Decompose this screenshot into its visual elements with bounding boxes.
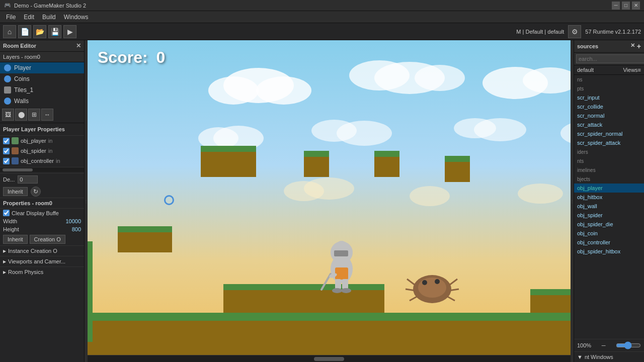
resource-obj-spider-die[interactable]: obj_spider_die — [574, 220, 644, 229]
run-button[interactable]: ▶ — [63, 25, 76, 38]
layers-title: Layers - room0 — [0, 52, 84, 62]
resource-timelines: imelines — [574, 165, 644, 174]
resource-scr-spider-attack[interactable]: scr_spider_attack — [574, 138, 644, 147]
layer-coins[interactable]: Coins — [0, 73, 84, 84]
depth-input[interactable] — [18, 175, 38, 184]
home-button[interactable]: ⌂ — [3, 25, 16, 38]
right-panel: sources ✕ + ▼ ◀ ▶ default Views≡ ns pts … — [574, 40, 644, 362]
resource-obj-hitbox[interactable]: obj_hitbox — [574, 193, 644, 202]
room-physics-section[interactable]: ▶ Room Physics — [0, 266, 84, 277]
right-panel-close-btn[interactable]: ✕ — [630, 42, 635, 50]
main-layout: Room Editor ✕ Layers - room0 Player Coin… — [0, 40, 644, 362]
resource-obj-player[interactable]: obj_player — [574, 184, 644, 193]
game-canvas[interactable]: Score: 0 — [88, 40, 571, 355]
open-button[interactable]: 📂 — [33, 25, 46, 38]
room-physics-arrow: ▶ — [3, 270, 6, 275]
layer-walls-label: Walls — [14, 98, 29, 105]
clear-display-checkbox[interactable] — [3, 210, 10, 216]
minimize-button[interactable]: ─ — [612, 2, 620, 10]
svg-point-34 — [435, 279, 440, 284]
platform-mid-large — [201, 146, 256, 177]
instance-obj-spider[interactable]: obj_spider in — [0, 146, 84, 156]
resource-scr-spider-normal[interactable]: scr_spider_normal — [574, 129, 644, 138]
svg-line-39 — [410, 296, 419, 301]
menu-windows[interactable]: Windows — [60, 13, 93, 22]
menu-file[interactable]: File — [2, 13, 20, 22]
layer-player-label: Player — [14, 64, 31, 71]
layer-player[interactable]: Player — [0, 62, 84, 73]
inherit-button[interactable]: Inherit — [3, 187, 28, 196]
platform-left-small — [118, 226, 172, 252]
zoom-minus[interactable]: ─ — [602, 342, 606, 348]
instance-obj-controller-checkbox[interactable] — [3, 158, 10, 164]
layer-player-icon — [4, 64, 11, 71]
layer-walls[interactable]: Walls — [0, 96, 84, 107]
circle-tool[interactable]: ⬤ — [15, 109, 27, 121]
app-icon: 🎮 — [4, 2, 11, 9]
left-panel: Room Editor ✕ Layers - room0 Player Coin… — [0, 40, 85, 362]
instance-creation-section[interactable]: ▶ Instance Creation O — [0, 245, 84, 256]
layer-coins-label: Coins — [14, 75, 30, 82]
resource-scr-collide[interactable]: scr_collide — [574, 102, 644, 111]
views-label[interactable]: Views≡ — [623, 67, 641, 73]
svg-point-33 — [422, 280, 427, 285]
layers-label: Layers - room0 — [3, 54, 40, 60]
room-editor-close[interactable]: ✕ — [76, 42, 81, 49]
ground-grass — [88, 313, 571, 321]
save-button[interactable]: 💾 — [48, 25, 61, 38]
menu-edit[interactable]: Edit — [20, 13, 38, 22]
hscroll-thumb[interactable] — [3, 168, 33, 171]
maximize-button[interactable]: □ — [622, 2, 630, 10]
platform-mid-small — [304, 151, 329, 177]
properties-header: Properties - room0 — [0, 198, 84, 209]
resource-obj-controller[interactable]: obj_controller — [574, 238, 644, 247]
resource-scr-normal[interactable]: scr_normal — [574, 111, 644, 120]
move-tool[interactable]: ↔ — [41, 109, 53, 121]
svg-line-40 — [446, 296, 455, 301]
resource-obj-coin[interactable]: obj_coin — [574, 229, 644, 238]
resource-obj-spider[interactable]: obj_spider — [574, 211, 644, 220]
resource-obj-spider-hitbox[interactable]: obj_spider_hitbox — [574, 247, 644, 256]
inherit-bottom-button[interactable]: Inherit — [3, 235, 28, 244]
selected-object-indicator — [164, 195, 174, 205]
close-button[interactable]: ✕ — [632, 2, 640, 10]
ground-dirt — [88, 321, 571, 355]
layer-walls-icon — [4, 98, 11, 105]
instance-obj-player[interactable]: obj_player in — [0, 136, 84, 146]
menu-bar: File Edit Build Windows — [0, 11, 644, 23]
creation-o-button[interactable]: Creation O — [30, 235, 65, 244]
width-row: Width 10000 — [0, 217, 84, 225]
instance-creation-arrow: ▶ — [3, 249, 6, 253]
instance-obj-spider-checkbox[interactable] — [3, 148, 10, 154]
resource-obj-wall[interactable]: obj_wall — [574, 202, 644, 211]
width-value: 10000 — [65, 218, 81, 224]
new-file-button[interactable]: 📄 — [18, 25, 31, 38]
refresh-button[interactable]: ↻ — [31, 187, 41, 197]
menu-build[interactable]: Build — [38, 13, 60, 22]
tile-tool[interactable]: ⊞ — [28, 109, 40, 121]
svg-point-29 — [332, 288, 342, 293]
resource-scr-input[interactable]: scr_input — [574, 93, 644, 102]
viewports-section[interactable]: ▶ Viewports and Camer... — [0, 256, 84, 266]
instance-obj-controller[interactable]: obj_controller in — [0, 156, 84, 166]
resource-bjects: bjects — [574, 174, 644, 184]
instance-obj-player-checkbox[interactable] — [3, 138, 10, 144]
layer-tiles[interactable]: Tiles_1 — [0, 84, 84, 96]
settings-button[interactable]: ⚙ — [568, 25, 581, 38]
layer-hscroll[interactable] — [0, 167, 84, 172]
zoom-slider[interactable] — [616, 341, 641, 349]
right-panel-add-btn[interactable]: + — [637, 42, 641, 50]
center-hscroll[interactable] — [88, 355, 571, 362]
search-input[interactable] — [576, 54, 644, 63]
room-physics-label: Room Physics — [8, 269, 43, 275]
hscroll-thumb-center[interactable] — [314, 357, 344, 361]
resource-nts: nts — [574, 156, 644, 165]
add-layer-button[interactable]: 🖼 — [2, 109, 14, 121]
filter-row: default Views≡ — [574, 65, 644, 75]
player-layer-props-title: Player Layer Properties — [3, 126, 65, 132]
instance-obj-controller-suffix: in — [56, 158, 60, 164]
filter-label: default — [577, 67, 594, 73]
windows-section[interactable]: ▼ nt Windows — [574, 351, 644, 362]
resource-scr-attack[interactable]: scr_attack — [574, 120, 644, 129]
resource-list[interactable]: ns pts scr_input scr_collide scr_normal … — [574, 75, 644, 339]
